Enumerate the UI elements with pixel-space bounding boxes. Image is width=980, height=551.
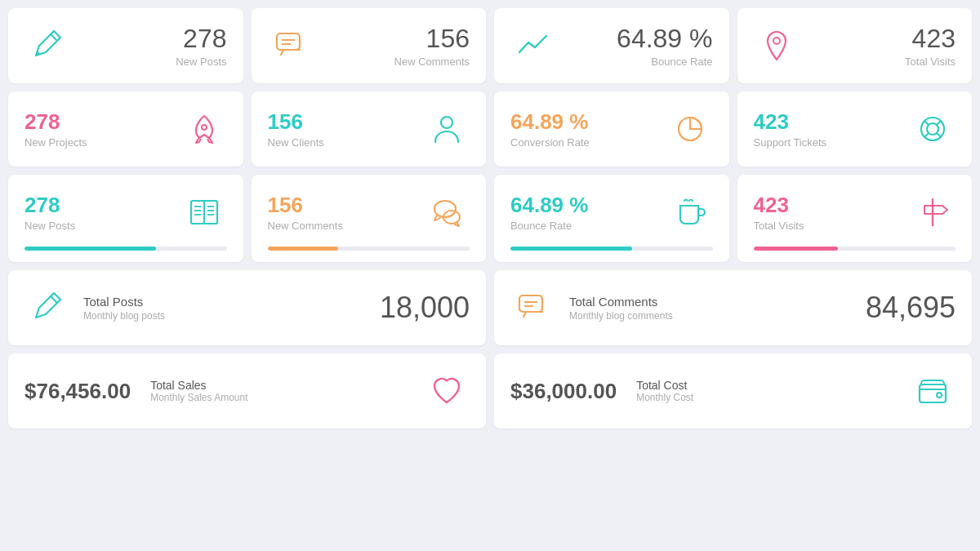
new-projects-value: 278 xyxy=(24,109,87,135)
card-new-posts-r1: 278 New Posts xyxy=(8,8,243,83)
total-sales-title: Total Sales xyxy=(150,379,247,392)
new-comments-label-r1: New Comments xyxy=(394,56,470,68)
mug-icon xyxy=(667,189,713,235)
card-total-visits-r3: 423 Total Visits xyxy=(737,175,973,262)
comment-icon-r1 xyxy=(268,23,314,69)
new-comments-label-r3: New Comments xyxy=(268,220,343,232)
card-total-cost: $36,000.00 Total Cost Monthly Cost xyxy=(494,353,972,429)
row3-grid: 278 New Posts xyxy=(8,175,972,262)
card-total-visits-r1: 423 Total Visits xyxy=(737,8,973,83)
card-total-comments: Total Comments Monthly blog comments 84,… xyxy=(494,270,972,345)
comment-icon-large xyxy=(510,285,556,331)
user-icon xyxy=(424,106,470,152)
card-new-posts-r3: 278 New Posts xyxy=(8,175,243,262)
total-cost-title: Total Cost xyxy=(636,379,693,392)
new-posts-value-r3: 278 xyxy=(24,193,75,218)
row1-grid: 278 New Posts 156 New Comments xyxy=(8,8,972,83)
location-icon-r1 xyxy=(754,23,800,69)
new-projects-label: New Projects xyxy=(24,136,87,149)
pencil-icon-large xyxy=(24,285,70,331)
conversion-rate-value: 64.89 % xyxy=(510,109,590,135)
new-posts-label-r3: New Posts xyxy=(24,220,75,232)
conversion-rate-label: Conversion Rate xyxy=(510,136,590,149)
pencil-icon xyxy=(24,23,70,69)
total-posts-subtitle: Monthly blog posts xyxy=(83,310,165,322)
book-icon xyxy=(181,189,227,235)
total-visits-progress-track xyxy=(754,247,956,251)
total-comments-value: 84,695 xyxy=(866,291,956,325)
new-posts-value-r1: 278 xyxy=(176,24,226,54)
svg-point-21 xyxy=(434,201,456,217)
bounce-rate-value-r1: 64.89 % xyxy=(617,24,712,54)
pie-icon xyxy=(667,106,713,152)
svg-rect-0 xyxy=(277,33,300,50)
new-comments-value-r3: 156 xyxy=(268,193,343,218)
card-conversion-rate: 64.89 % Conversion Rate xyxy=(494,91,729,167)
row2-grid: 278 New Projects 156 New Clients 6 xyxy=(8,91,972,167)
new-posts-progress-track xyxy=(24,247,227,251)
total-cost-dollar: $36,000.00 xyxy=(510,379,617,404)
card-new-clients: 156 New Clients xyxy=(252,91,487,167)
svg-rect-24 xyxy=(519,295,542,312)
new-comments-progress-fill xyxy=(268,247,339,251)
card-total-posts: Total Posts Monthly blog posts 18,000 xyxy=(8,270,486,345)
new-posts-progress-fill xyxy=(24,247,156,251)
new-clients-label: New Clients xyxy=(268,136,324,149)
total-visits-label-r1: Total Visits xyxy=(905,56,956,68)
rocket-icon xyxy=(181,106,227,152)
heart-icon xyxy=(424,368,470,414)
svg-point-5 xyxy=(441,117,452,128)
card-new-comments-r3: 156 New Comments xyxy=(252,175,487,262)
bounce-rate-progress-fill xyxy=(510,247,632,251)
svg-line-9 xyxy=(925,122,929,126)
bounce-rate-label-r1: Bounce Rate xyxy=(617,56,712,68)
svg-point-28 xyxy=(937,393,942,398)
chat-icon xyxy=(424,189,470,235)
total-comments-subtitle: Monthly blog comments xyxy=(569,310,673,322)
total-posts-value: 18,000 xyxy=(380,291,470,325)
new-posts-label-r1: New Posts xyxy=(176,56,226,68)
total-visits-value-r3: 423 xyxy=(754,193,804,218)
svg-point-4 xyxy=(202,125,207,130)
svg-point-3 xyxy=(773,38,780,44)
total-visits-progress-fill xyxy=(754,247,839,251)
support-tickets-label: Support Tickets xyxy=(754,136,827,149)
lifebuoy-icon xyxy=(910,106,956,152)
bounce-rate-label-r3: Bounce Rate xyxy=(510,220,588,232)
svg-line-11 xyxy=(925,133,929,137)
bounce-rate-progress-track xyxy=(510,247,713,251)
wallet-icon xyxy=(910,368,956,414)
card-bounce-rate-r1: 64.89 % Bounce Rate xyxy=(494,8,729,83)
total-posts-title: Total Posts xyxy=(83,295,165,309)
support-tickets-value: 423 xyxy=(754,109,827,135)
row4-grid: Total Posts Monthly blog posts 18,000 To… xyxy=(8,270,972,345)
total-sales-dollar: $76,456.00 xyxy=(24,379,131,404)
card-new-projects: 278 New Projects xyxy=(8,91,243,167)
total-visits-value-r1: 423 xyxy=(905,24,956,54)
new-comments-progress-track xyxy=(268,247,470,251)
svg-line-12 xyxy=(937,133,941,137)
trending-icon-r1 xyxy=(510,23,556,69)
total-sales-subtitle: Monthly Sales Amount xyxy=(150,392,247,403)
svg-point-7 xyxy=(921,118,944,140)
card-support-tickets: 423 Support Tickets xyxy=(737,91,973,167)
row5-grid: $76,456.00 Total Sales Monthly Sales Amo… xyxy=(8,353,972,429)
total-comments-title: Total Comments xyxy=(569,295,673,309)
card-bounce-rate-r3: 64.89 % Bounce Rate xyxy=(494,175,729,262)
svg-line-10 xyxy=(937,122,941,126)
new-clients-value: 156 xyxy=(268,109,324,135)
signpost-icon xyxy=(910,189,956,235)
total-cost-subtitle: Monthly Cost xyxy=(636,392,693,403)
card-new-comments-r1: 156 New Comments xyxy=(252,8,487,83)
card-total-sales: $76,456.00 Total Sales Monthly Sales Amo… xyxy=(8,353,486,429)
bounce-rate-value-r3: 64.89 % xyxy=(510,193,588,218)
new-comments-value-r1: 156 xyxy=(394,24,470,54)
svg-point-8 xyxy=(927,123,938,135)
total-visits-label-r3: Total Visits xyxy=(754,220,804,232)
